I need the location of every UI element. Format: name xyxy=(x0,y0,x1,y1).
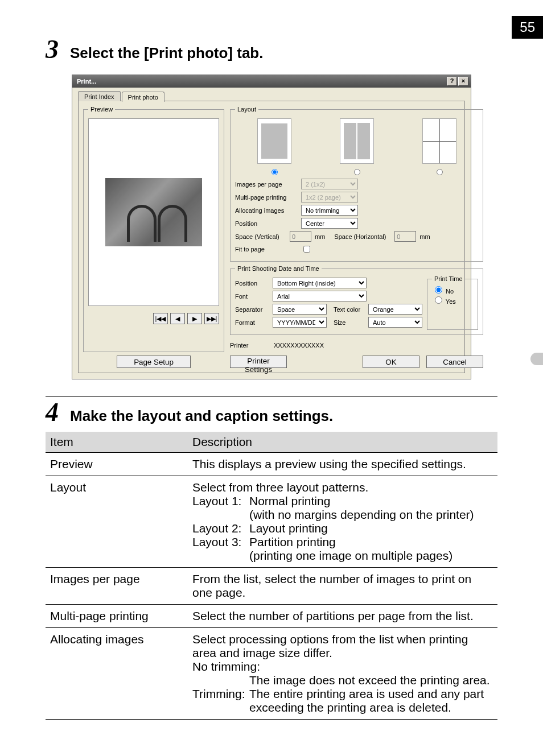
position-select[interactable]: Center xyxy=(301,218,358,229)
layout-radio-2[interactable] xyxy=(354,169,360,175)
dt-font-select[interactable]: Arial xyxy=(273,291,367,301)
nav-last-button[interactable]: ▶▶| xyxy=(204,313,219,324)
preview-image xyxy=(105,178,202,246)
position-label: Position xyxy=(235,220,298,227)
step-number: 3 xyxy=(46,34,59,64)
print-time-no-radio[interactable] xyxy=(435,286,442,294)
images-per-page-select[interactable]: 2 (1x2) xyxy=(301,179,358,189)
print-time-no-label: No xyxy=(446,288,454,295)
space-horizontal-label: Space (Horizontal) xyxy=(334,233,391,240)
layout-radio-1[interactable] xyxy=(272,169,278,175)
preview-group: Preview |◀◀ ◀ ▶ ▶▶| xyxy=(83,106,224,352)
table-row: Images per page From the list, select th… xyxy=(46,568,497,605)
print-dialog: Print... ? × Print Index Print photo Pre… xyxy=(72,75,471,379)
cell-item: Images per page xyxy=(46,568,188,605)
fit-to-page-checkbox[interactable] xyxy=(303,246,310,253)
cell-item: Allocating images xyxy=(46,628,188,720)
dt-textcolor-select[interactable]: Orange xyxy=(368,304,422,315)
print-time-yes-label: Yes xyxy=(446,298,456,305)
images-per-page-label: Images per page xyxy=(235,181,298,188)
tab-print-index[interactable]: Print Index xyxy=(78,91,121,101)
settings-table: Item Description Preview This displays a… xyxy=(46,432,497,720)
layout-radio-3[interactable] xyxy=(437,169,443,175)
layout-thumb-2 xyxy=(340,118,374,164)
table-row: Multi-page printing Select the number of… xyxy=(46,605,497,628)
step-4: 4 Make the layout and caption settings. … xyxy=(46,397,497,720)
layout-thumb-3 xyxy=(422,118,456,164)
print-time-yes-radio[interactable] xyxy=(435,296,442,304)
th-description: Description xyxy=(188,432,497,453)
dt-position-select[interactable]: Bottom Right (inside) xyxy=(273,278,367,288)
dt-textcolor-label: Text color xyxy=(334,306,365,313)
dt-font-label: Font xyxy=(235,293,269,300)
table-row: Layout Select from three layout patterns… xyxy=(46,476,497,568)
cell-desc: Select the number of partitions per page… xyxy=(188,605,497,628)
titlebar: Print... ? × xyxy=(72,75,471,88)
step-title: Make the layout and caption settings. xyxy=(70,407,333,425)
unit-mm-2: mm xyxy=(419,233,430,240)
multi-page-select[interactable]: 1x2 (2 page) xyxy=(301,192,358,203)
cell-desc: This displays a preview using the specif… xyxy=(188,453,497,476)
cell-item: Preview xyxy=(46,453,188,476)
window-title: Print... xyxy=(77,78,96,85)
step-title: Select the [Print photo] tab. xyxy=(70,44,263,62)
step-3: 3 Select the [Print photo] tab. Print...… xyxy=(46,34,497,379)
space-vertical-input[interactable] xyxy=(290,231,311,242)
help-icon[interactable]: ? xyxy=(447,77,457,86)
cancel-button[interactable]: Cancel xyxy=(426,356,483,368)
layout-thumb-1 xyxy=(257,118,291,164)
layout-group: Layout xyxy=(230,106,483,262)
printer-label: Printer xyxy=(230,342,267,349)
space-horizontal-input[interactable] xyxy=(394,231,416,242)
tab-print-photo[interactable]: Print photo xyxy=(122,92,164,102)
dt-format-label: Format xyxy=(235,319,269,326)
allocating-label: Allocating images xyxy=(235,207,298,214)
dt-position-label: Position xyxy=(235,280,269,287)
datetime-legend: Print Shooting Date and Time xyxy=(235,265,322,272)
dt-size-select[interactable]: Auto xyxy=(368,317,422,328)
cell-desc: Select from three layout patterns. Layou… xyxy=(188,476,497,568)
close-icon[interactable]: × xyxy=(458,77,468,86)
preview-legend: Preview xyxy=(88,106,115,113)
page-setup-button[interactable]: Page Setup xyxy=(117,356,191,368)
printer-name: XXXXXXXXXXXX xyxy=(274,342,324,349)
nav-next-button[interactable]: ▶ xyxy=(187,313,202,324)
dt-size-label: Size xyxy=(334,319,365,326)
unit-mm-1: mm xyxy=(315,233,325,240)
table-row: Preview This displays a preview using th… xyxy=(46,453,497,476)
space-vertical-label: Space (Vertical) xyxy=(235,233,286,240)
nav-prev-button[interactable]: ◀ xyxy=(170,313,185,324)
side-tab-marker xyxy=(530,353,543,365)
print-time-group: Print Time No Yes xyxy=(427,275,478,330)
printer-settings-button[interactable]: Printer Settings xyxy=(230,356,287,368)
page-number: 55 xyxy=(512,16,543,39)
preview-page xyxy=(88,118,219,306)
cell-desc: Select processing options from the list … xyxy=(188,628,497,720)
datetime-group: Print Shooting Date and Time Position Bo… xyxy=(230,265,483,335)
th-item: Item xyxy=(46,432,188,453)
fit-to-page-label: Fit to page xyxy=(235,246,298,253)
dt-separator-select[interactable]: Space xyxy=(273,304,327,315)
dt-format-select[interactable]: YYYY/MM/DD xyxy=(273,317,327,328)
print-time-legend: Print Time xyxy=(432,275,465,282)
nav-first-button[interactable]: |◀◀ xyxy=(153,313,168,324)
dt-separator-label: Separator xyxy=(235,306,269,313)
cell-item: Multi-page printing xyxy=(46,605,188,628)
multi-page-label: Multi-page printing xyxy=(235,194,298,201)
cell-desc: From the list, select the number of imag… xyxy=(188,568,497,605)
layout-legend: Layout xyxy=(235,106,258,113)
table-row: Allocating images Select processing opti… xyxy=(46,628,497,720)
step-number: 4 xyxy=(46,397,59,427)
cell-item: Layout xyxy=(46,476,188,568)
allocating-select[interactable]: No trimming xyxy=(301,205,358,216)
ok-button[interactable]: OK xyxy=(363,356,419,368)
